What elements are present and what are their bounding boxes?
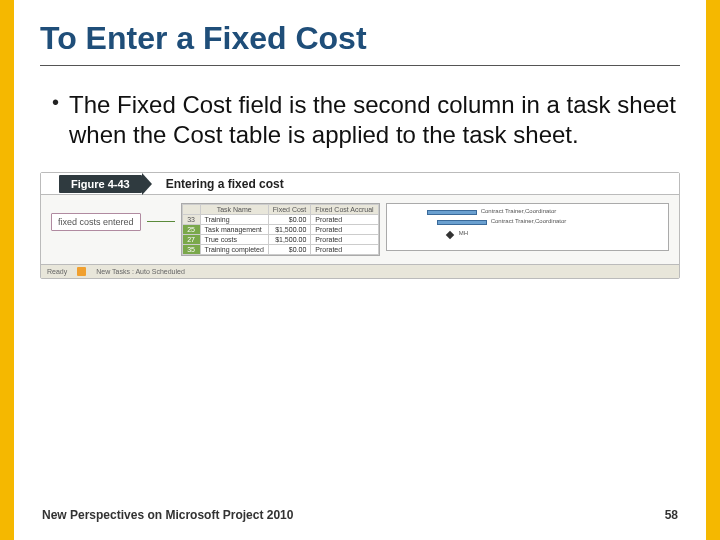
cell-accrual: Prorated [311,245,378,255]
status-task-mode: New Tasks : Auto Scheduled [96,268,185,275]
footer-page-number: 58 [665,508,678,522]
cell-cost: $1,500.00 [268,225,310,235]
bullet-marker: • [52,90,59,150]
row-num: 27 [182,235,200,245]
gantt-bar [437,220,487,225]
cell-name: True costs [200,235,268,245]
footer-book-title: New Perspectives on Microsoft Project 20… [42,508,293,522]
figure-number-badge: Figure 4-43 [59,175,142,193]
cell-name: Training [200,215,268,225]
left-accent-stripe [0,0,14,540]
callout-connector [147,221,175,222]
gantt-resource-label: Contract Trainer,Coordinator [481,208,557,214]
figure-body: fixed costs entered Task Name Fixed Cost… [41,195,679,264]
cell-accrual: Prorated [311,225,378,235]
figure-caption: Entering a fixed cost [166,177,284,191]
cost-table: Task Name Fixed Cost Fixed Cost Accrual … [181,203,380,256]
bullet-item: • The Fixed Cost field is the second col… [52,90,680,150]
cell-accrual: Prorated [311,235,378,245]
gantt-milestone-label: MH [459,230,468,236]
table-row: 35 Training completed $0.00 Prorated [182,245,378,255]
gantt-milestone-icon [445,231,453,239]
bullet-text: The Fixed Cost field is the second colum… [69,90,680,150]
table-row: 25 Task management $1,500.00 Prorated [182,225,378,235]
gantt-resource-label: Contract Trainer,Coordinator [491,218,567,224]
table-row: 33 Training $0.00 Prorated [182,215,378,225]
figure-badge-tail [142,173,152,195]
cell-cost: $1,500.00 [268,235,310,245]
row-num: 35 [182,245,200,255]
col-taskname: Task Name [200,205,268,215]
cell-cost: $0.00 [268,215,310,225]
col-fixedcost: Fixed Cost [268,205,310,215]
row-num: 25 [182,225,200,235]
cell-name: Training completed [200,245,268,255]
cell-accrual: Prorated [311,215,378,225]
col-accrual: Fixed Cost Accrual [311,205,378,215]
callout-label: fixed costs entered [51,213,141,231]
status-bar: Ready New Tasks : Auto Scheduled [41,264,679,278]
gantt-bar [427,210,477,215]
gantt-chart: Contract Trainer,Coordinator Contract Tr… [386,203,669,251]
table-header-row: Task Name Fixed Cost Fixed Cost Accrual [182,205,378,215]
col-rownum [182,205,200,215]
slide-footer: New Perspectives on Microsoft Project 20… [42,508,678,522]
right-accent-stripe [706,0,720,540]
figure-container: Figure 4-43 Entering a fixed cost fixed … [40,172,680,279]
slide-title: To Enter a Fixed Cost [40,20,680,66]
task-mode-icon [77,267,86,276]
slide-content: To Enter a Fixed Cost • The Fixed Cost f… [40,20,680,520]
row-num: 33 [182,215,200,225]
status-ready: Ready [47,268,67,275]
cell-name: Task management [200,225,268,235]
figure-header: Figure 4-43 Entering a fixed cost [41,173,679,195]
cell-cost: $0.00 [268,245,310,255]
table-row: 27 True costs $1,500.00 Prorated [182,235,378,245]
